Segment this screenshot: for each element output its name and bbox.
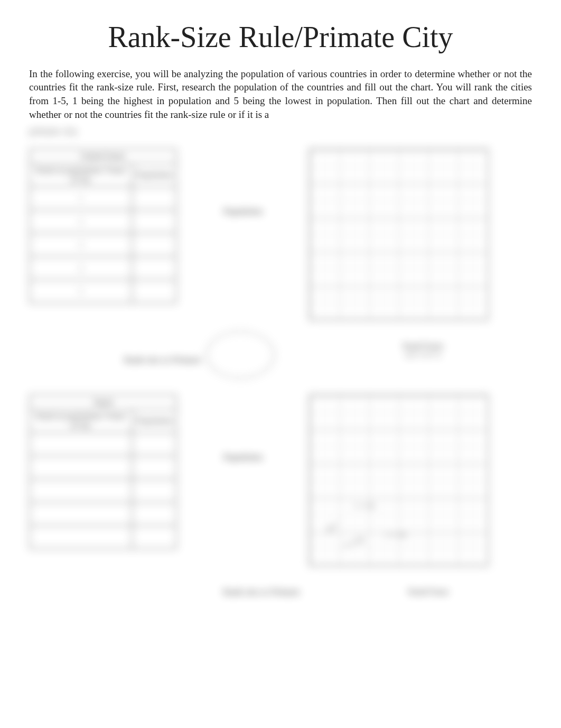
country-header-1: United States: [30, 149, 176, 163]
rank-size-prompt-1: Rank-size or Primate: [124, 355, 201, 365]
x-axis-label-1: Rank/Name: [314, 342, 532, 351]
circle-answer-area-1[interactable]: [206, 331, 275, 379]
instructions-tail: primate city.: [29, 124, 532, 138]
pop-cell[interactable]: [132, 280, 176, 303]
y-axis-label-1: Population: [223, 207, 263, 216]
pop-cell[interactable]: [132, 479, 176, 502]
graph-grid-2[interactable]: ⟶ ↙ ⟶ ⟶: [309, 394, 489, 566]
page-title: Rank-Size Rule/Primate City: [29, 21, 532, 54]
rank-cell[interactable]: [30, 479, 132, 502]
data-table-1: United States Rank in population/ Name o…: [29, 149, 177, 304]
country-section-2: Japan Rank in population/ Name of city P…: [29, 394, 532, 569]
pop-header-2: Population: [132, 409, 176, 433]
pop-header-1: Population: [132, 163, 176, 187]
rank-cell[interactable]: 2: [30, 210, 132, 233]
rank-size-prompt-2: Rank-size or Primate: [209, 587, 314, 597]
pop-cell[interactable]: [132, 432, 176, 456]
rank-cell[interactable]: [30, 526, 132, 549]
blurred-content: primate city. United States Rank in popu…: [29, 124, 532, 597]
pop-cell[interactable]: [132, 502, 176, 526]
handwritten-scribble: ⟶ ↙ ⟶ ⟶: [321, 496, 479, 554]
x-axis-sublabel-1: (plot with X): [314, 351, 532, 359]
rank-header-2: Rank in population/ Name of city: [30, 409, 132, 433]
section-1-bottom: Rank-size or Primate Rank/Name (plot wit…: [29, 336, 532, 379]
rank-cell[interactable]: 3: [30, 233, 132, 256]
pop-cell[interactable]: [132, 526, 176, 549]
pop-cell[interactable]: [132, 233, 176, 256]
pop-cell[interactable]: [132, 187, 176, 210]
rank-cell[interactable]: [30, 456, 132, 479]
graph-grid-1[interactable]: [309, 149, 489, 320]
x-axis-label-2: Rank/Name: [325, 587, 532, 596]
section-2-bottom: Rank-size or Primate Rank/Name: [29, 582, 532, 597]
country-section-1: United States Rank in population/ Name o…: [29, 149, 532, 323]
pop-cell[interactable]: [132, 256, 176, 280]
rank-cell[interactable]: 4: [30, 256, 132, 280]
y-axis-label-2: Population: [223, 453, 263, 462]
rank-cell[interactable]: 1: [30, 187, 132, 210]
instructions-text: In the following exercise, you will be a…: [29, 67, 532, 122]
country-header-2: Japan: [30, 395, 176, 409]
pop-cell[interactable]: [132, 210, 176, 233]
rank-cell[interactable]: [30, 432, 132, 456]
rank-cell[interactable]: 5: [30, 280, 132, 303]
rank-header-1: Rank in population/ Name of city: [30, 163, 132, 187]
pop-cell[interactable]: [132, 456, 176, 479]
rank-cell[interactable]: [30, 502, 132, 526]
data-table-2: Japan Rank in population/ Name of city P…: [29, 394, 177, 550]
